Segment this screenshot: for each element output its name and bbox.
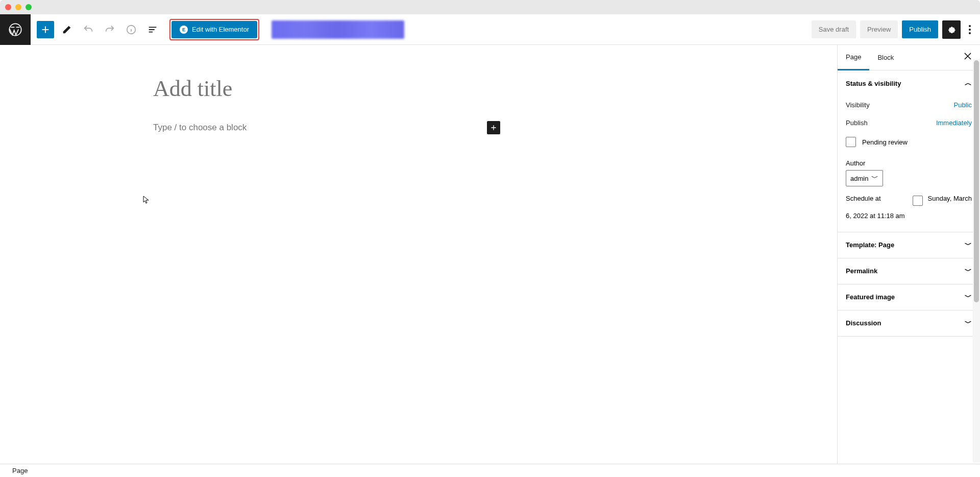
undo-icon [83, 24, 94, 35]
pending-review-label: Pending review [862, 138, 908, 146]
scrollbar-track[interactable] [973, 59, 980, 463]
svg-point-2 [969, 25, 971, 27]
add-block-inline-button[interactable] [487, 121, 500, 134]
publish-value-link[interactable]: Immediately [936, 119, 972, 127]
author-value: admin [850, 175, 868, 182]
mac-minimize-icon[interactable] [15, 4, 21, 10]
schedule-value-part1: Sunday, March [928, 195, 972, 202]
editor-canvas[interactable]: Type / to choose a block [0, 45, 837, 477]
edit-mode-button[interactable] [58, 21, 76, 38]
info-button[interactable] [122, 21, 140, 38]
panel-status-title: Status & visibility [846, 80, 901, 87]
plus-icon [40, 24, 51, 35]
panel-featured-image-title: Featured image [846, 293, 895, 301]
elementor-icon: E [180, 26, 188, 34]
editor-footer-breadcrumb: Page [0, 464, 980, 477]
undo-button[interactable] [80, 21, 97, 38]
post-title-input[interactable] [153, 76, 500, 102]
editor-toolbar: E Edit with Elementor Save draft Preview… [0, 14, 980, 45]
panel-status-visibility-header[interactable]: Status & visibility ︿ [838, 70, 980, 96]
svg-point-3 [969, 29, 971, 31]
chevron-down-icon: ﹀ [965, 319, 972, 328]
info-icon [126, 24, 137, 35]
tab-block[interactable]: Block [869, 45, 902, 69]
kebab-icon [969, 25, 971, 34]
preview-button[interactable]: Preview [860, 20, 898, 38]
block-placeholder-text[interactable]: Type / to choose a block [153, 123, 487, 133]
panel-featured-image-header[interactable]: Featured image ﹀ [838, 284, 980, 310]
elementor-highlight-box: E Edit with Elementor [169, 19, 259, 40]
add-block-toggle-button[interactable] [37, 21, 54, 38]
panel-template-header[interactable]: Template: Page ﹀ [838, 232, 980, 258]
redo-icon [104, 24, 115, 35]
settings-sidebar: Page Block Status & visibility ︿ Visibil… [837, 45, 980, 477]
schedule-checkbox[interactable] [913, 196, 923, 206]
schedule-at-label: Schedule at [846, 195, 881, 202]
visibility-value-link[interactable]: Public [954, 101, 972, 109]
gear-icon [946, 25, 957, 35]
redacted-toolbar-item [272, 20, 404, 39]
settings-toggle-button[interactable] [942, 20, 961, 39]
panel-template-title: Template: Page [846, 241, 894, 249]
chevron-down-icon: ﹀ [871, 174, 878, 183]
author-select[interactable]: admin ﹀ [846, 170, 883, 186]
publish-button[interactable]: Publish [902, 20, 938, 38]
save-draft-button[interactable]: Save draft [812, 20, 856, 38]
pending-review-checkbox[interactable] [846, 137, 856, 147]
edit-with-elementor-button[interactable]: E Edit with Elementor [172, 21, 257, 38]
panel-permalink-title: Permalink [846, 267, 877, 275]
chevron-down-icon: ﹀ [965, 241, 972, 250]
schedule-value-part2: 6, 2022 at 11:18 am [846, 208, 972, 222]
close-icon [964, 52, 972, 60]
panel-discussion-header[interactable]: Discussion ﹀ [838, 311, 980, 336]
redo-button[interactable] [101, 21, 118, 38]
publish-label: Publish [846, 119, 868, 127]
visibility-label: Visibility [846, 101, 870, 109]
mac-close-icon[interactable] [5, 4, 11, 10]
more-options-button[interactable] [965, 20, 975, 39]
wordpress-icon [8, 22, 22, 37]
elementor-label: Edit with Elementor [192, 26, 249, 33]
list-icon [147, 24, 158, 35]
list-view-button[interactable] [144, 21, 161, 38]
cursor-icon [143, 196, 149, 205]
wordpress-logo-button[interactable] [0, 14, 31, 45]
chevron-up-icon: ︿ [965, 79, 972, 88]
panel-discussion-title: Discussion [846, 319, 881, 327]
plus-icon [489, 124, 498, 132]
tab-page[interactable]: Page [838, 45, 869, 70]
breadcrumb-text: Page [12, 467, 28, 474]
mac-maximize-icon[interactable] [26, 4, 32, 10]
pencil-icon [61, 24, 72, 35]
chevron-down-icon: ﹀ [965, 267, 972, 276]
svg-point-4 [969, 32, 971, 34]
mac-window-chrome [0, 0, 980, 14]
author-label: Author [846, 152, 972, 170]
panel-permalink-header[interactable]: Permalink ﹀ [838, 258, 980, 284]
chevron-down-icon: ﹀ [965, 293, 972, 302]
scrollbar-thumb[interactable] [974, 60, 979, 302]
